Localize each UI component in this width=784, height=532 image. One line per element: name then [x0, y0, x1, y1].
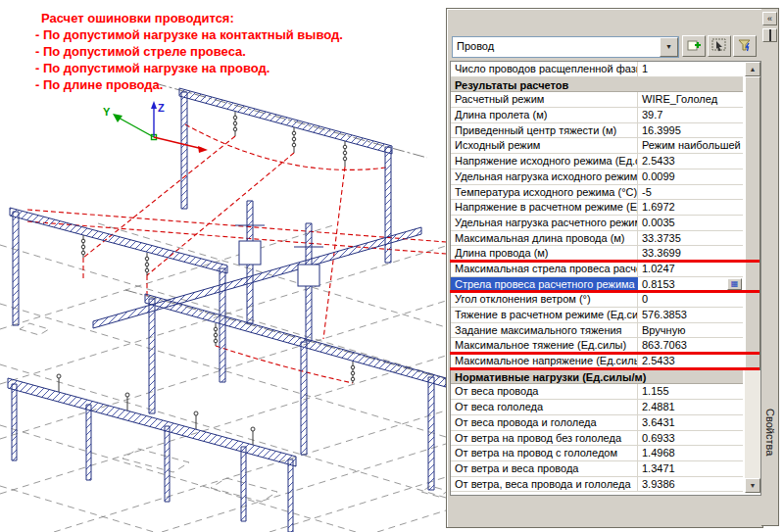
property-row[interactable]: Максимальная стрела провеса расчет...1.0…	[451, 262, 743, 277]
annotation-title: Расчет ошиновки проводится:	[41, 10, 343, 26]
funnel-icon	[737, 38, 753, 52]
property-row[interactable]: Расчетный режимWIRE_Гололед	[451, 92, 743, 108]
property-value[interactable]: 0	[638, 292, 743, 307]
property-value[interactable]: 2.5433	[638, 154, 743, 169]
property-value[interactable]: -5	[638, 185, 743, 200]
property-row[interactable]: От ветра и веса провода1.3471	[451, 461, 743, 477]
annotation-note: Расчет ошиновки проводится: - По допусти…	[35, 10, 343, 93]
property-row[interactable]: От ветра на провод без гололеда0.6933	[451, 431, 743, 447]
property-row[interactable]: Число проводов расщепленной фазы1	[451, 62, 743, 77]
property-row[interactable]: Удельная нагрузка исходного режима...0.0…	[451, 169, 743, 185]
property-value[interactable]: 1.4968	[638, 446, 743, 460]
section-header[interactable]: Результаты расчетов	[451, 77, 743, 93]
property-value[interactable]: 1.3471	[638, 461, 743, 476]
property-label: Максимальная длина провода (м)	[451, 231, 638, 246]
property-label: Максимальное тяжение (Ед.силы)	[451, 338, 638, 353]
property-value[interactable]: Вручную	[638, 323, 743, 338]
property-row[interactable]: Исходный режимРежим наибольшей на...	[451, 138, 743, 154]
property-value[interactable]: WIRE_Гололед	[638, 92, 743, 107]
property-label: От веса гололеда	[451, 400, 638, 414]
axis-label-z: Z	[158, 102, 165, 114]
property-label: Максимальная стрела провеса расчет...	[451, 262, 638, 276]
property-value[interactable]: 39.7	[638, 108, 743, 122]
property-value[interactable]: 1	[638, 62, 743, 76]
property-label: Задание максимального тяжения	[451, 323, 638, 338]
quick-select-button[interactable]	[733, 35, 757, 57]
property-label: Стрела провеса расчетного режима (м)	[451, 277, 638, 292]
property-label: От веса провода	[451, 384, 638, 399]
annotation-line: - По допустимой стреле провеса.	[35, 43, 343, 60]
property-row[interactable]: Напряжение исходного режима (Ед.си...2.5…	[451, 154, 743, 169]
property-label: Максимальное напряжение (Ед.силы)	[451, 354, 638, 368]
property-row[interactable]: От ветра, веса провода и гололеда3.9386	[451, 477, 743, 493]
property-row[interactable]: Длина провода (м)33.3699	[451, 246, 743, 262]
calculator-button[interactable]: ▦	[727, 278, 742, 290]
property-label: От ветра на провод без гололеда	[451, 431, 638, 446]
property-label: Исходный режим	[451, 138, 638, 153]
property-value[interactable]: 0.6933	[638, 431, 743, 446]
axis-label-y: Y	[103, 106, 111, 118]
property-label: Число проводов расщепленной фазы	[451, 62, 638, 76]
chevron-down-icon[interactable]: ▼	[660, 37, 678, 57]
annotation-line: - По допустимой нагрузке на контактный в…	[35, 26, 343, 43]
property-row[interactable]: Максимальная длина провода (м)33.3735	[451, 231, 743, 247]
property-label: Расчетный режим	[451, 92, 638, 107]
property-value[interactable]: 863.7063	[638, 338, 743, 353]
toggle-pickadd-button[interactable]	[682, 35, 706, 57]
property-label: Длина пролета (м)	[451, 108, 638, 122]
pickadd-icon	[686, 38, 702, 52]
property-row[interactable]: От веса гололеда2.4881	[451, 400, 743, 415]
property-value[interactable]: Режим наибольшей на...	[638, 138, 743, 153]
property-value[interactable]: 3.6431	[638, 415, 743, 430]
property-value[interactable]: 1.6972	[638, 200, 743, 215]
annotation-line: - По допустимой нагрузке на провод.	[35, 60, 343, 76]
property-value[interactable]: 2.4881	[638, 400, 743, 414]
property-value[interactable]: 1.155	[638, 384, 743, 399]
steel-structures[interactable]	[8, 88, 446, 532]
section-header[interactable]: Нормативные нагрузки (Ед.силы/м)	[451, 369, 743, 385]
palette-docking-strip: « Свойства	[761, 8, 779, 526]
property-row[interactable]: Задание максимального тяженияВручную	[451, 323, 743, 339]
window-icon	[769, 29, 771, 41]
property-value[interactable]: 1.0247	[638, 262, 743, 276]
property-row[interactable]: Тяжение в расчетном режиме (Ед.силы)576.…	[451, 308, 743, 323]
property-label: Приведенный центр тяжести (м)	[451, 123, 638, 138]
wire-lines[interactable]	[27, 124, 446, 383]
property-row[interactable]: От ветра на провод с гололедом1.4968	[451, 446, 743, 461]
property-grid: Число проводов расщепленной фазы1Результ…	[451, 62, 743, 492]
property-label: Напряжение в расчетном режиме (Ед.с...	[451, 200, 638, 215]
property-row[interactable]: Стрела провеса расчетного режима (м)0.81…	[451, 277, 743, 293]
property-value[interactable]: 0.0099	[638, 169, 743, 184]
property-row[interactable]: От веса провода и гололеда3.6431	[451, 415, 743, 431]
property-row[interactable]: От веса провода1.155	[451, 384, 743, 400]
property-label: От ветра и веса провода	[451, 461, 638, 476]
property-row[interactable]: Длина пролета (м)39.7	[451, 108, 743, 123]
red-underline-annotation	[450, 290, 760, 293]
scroll-up-button[interactable]: ▲	[745, 62, 760, 76]
select-objects-button[interactable]	[708, 35, 731, 57]
property-value[interactable]: 576.3853	[638, 308, 743, 322]
scroll-down-button[interactable]: ▼	[745, 478, 760, 493]
property-grid-container: Число проводов расщепленной фазы1Результ…	[450, 61, 761, 496]
vertical-scrollbar[interactable]: ▲ ▼	[745, 62, 760, 493]
palette-tab-title[interactable]: Свойства	[764, 409, 776, 456]
property-value[interactable]: 3.9386	[638, 477, 743, 492]
property-value[interactable]: 2.5433	[638, 354, 743, 368]
property-row[interactable]: Температура исходного режима (°C)-5	[451, 185, 743, 201]
property-row[interactable]: Удельная нагрузка расчетного режим...0.0…	[451, 216, 743, 231]
object-selector-combobox[interactable]: Провод ▼	[452, 36, 679, 58]
palette-window-button[interactable]	[762, 28, 777, 42]
property-value[interactable]: 0.0035	[638, 216, 743, 230]
scrollbar-thumb[interactable]	[745, 76, 760, 370]
property-row[interactable]: Приведенный центр тяжести (м)16.3995	[451, 123, 743, 139]
property-row[interactable]: Максимальное напряжение (Ед.силы)2.5433	[451, 354, 743, 369]
property-row[interactable]: Максимальное тяжение (Ед.силы)863.7063	[451, 338, 743, 354]
property-value[interactable]: 0.8153▦	[638, 277, 743, 292]
property-value[interactable]: 33.3699	[638, 246, 743, 261]
property-value[interactable]: 33.3735	[638, 231, 743, 246]
red-underline-annotation	[450, 260, 760, 263]
collapse-panel-button[interactable]: «	[762, 12, 777, 25]
property-value[interactable]: 16.3995	[638, 123, 743, 138]
property-row[interactable]: Напряжение в расчетном режиме (Ед.с...1.…	[451, 200, 743, 216]
property-row[interactable]: Угол отклонения ветром (°)0	[451, 292, 743, 308]
